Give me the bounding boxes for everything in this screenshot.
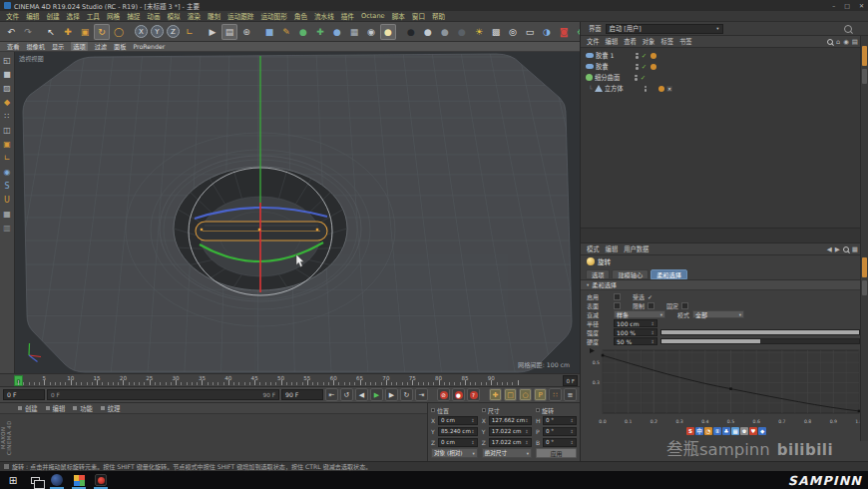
menubar-item[interactable]: 流水线 — [314, 11, 334, 21]
end-frame-field[interactable]: 90 F — [281, 389, 323, 400]
task-view-button[interactable] — [24, 471, 46, 489]
menubar-item[interactable]: 选择 — [67, 11, 80, 21]
last-tool-icon[interactable]: ◯ — [111, 24, 127, 40]
minimize-button[interactable]: – — [832, 2, 835, 9]
edges-mode-icon[interactable]: ◫ — [1, 124, 14, 137]
shading-sphere-gray-icon[interactable]: ● — [437, 24, 453, 40]
enabled-check-icon[interactable]: ✓ — [641, 63, 649, 71]
coordinate-input[interactable]: 17.022 cm↕ — [489, 438, 532, 447]
camera-icon[interactable]: ◉ — [363, 24, 379, 40]
grid-box-icon[interactable]: ▩ — [488, 24, 504, 40]
rotate-icon[interactable]: ↻ — [94, 24, 110, 40]
move-icon[interactable]: ✚ — [60, 24, 76, 40]
rect-icon[interactable]: ▭ — [522, 24, 538, 40]
key-parameter-toggle[interactable]: P — [534, 388, 547, 401]
param-dropdown[interactable]: 样条▾ — [614, 310, 665, 318]
enabled-check-icon[interactable]: ✓ — [641, 52, 649, 60]
visibility-dots[interactable] — [636, 53, 639, 59]
param-slider[interactable] — [660, 338, 860, 344]
sun-icon[interactable]: ☀ — [471, 24, 487, 40]
redo-icon[interactable]: ↷ — [20, 24, 36, 40]
tab-2[interactable]: 柔和选择 — [651, 269, 687, 279]
spinner-icon[interactable]: ↕ — [525, 418, 529, 423]
primitive-cube-icon[interactable]: ■ — [261, 24, 277, 40]
coordinate-system-icon[interactable]: ∟ — [182, 24, 198, 40]
spinner-icon[interactable]: ↕ — [651, 339, 654, 344]
maximize-button[interactable]: □ — [844, 2, 850, 9]
render-view-icon[interactable]: ▶ — [205, 24, 220, 40]
object-row[interactable]: 胶囊 1✓ — [581, 50, 868, 61]
materials-menu-item[interactable]: 编辑 — [53, 404, 66, 413]
target-icon[interactable]: ◎ — [505, 24, 521, 40]
coordinates-dropdown[interactable]: 绝对尺寸▾ — [482, 448, 532, 458]
autokey-button[interactable]: ● — [452, 388, 465, 401]
viewport-menu-item[interactable]: ProRender — [133, 43, 165, 50]
search-icon[interactable] — [827, 39, 833, 45]
coordinate-input[interactable]: 0 °↕ — [543, 416, 577, 425]
object-manager-menu-item[interactable]: 标签 — [660, 37, 673, 46]
viewport-menu-item[interactable]: 过滤 — [95, 42, 107, 51]
materials-menu-item[interactable]: 功能 — [80, 404, 93, 413]
viewport-menu-item[interactable]: 面板 — [114, 42, 126, 51]
coordinate-input[interactable]: 17.022 cm↕ — [489, 427, 532, 436]
menubar-item[interactable]: 窗口 — [412, 11, 425, 21]
menubar-item[interactable]: 运动跟踪 — [227, 11, 253, 21]
axis-mode-icon[interactable]: ∟ — [1, 152, 14, 165]
y-axis-lock-icon[interactable]: Y — [151, 25, 164, 38]
polygons-mode-icon[interactable]: ▣ — [1, 138, 14, 151]
environment-icon[interactable]: ● — [329, 24, 345, 40]
param-dropdown[interactable]: 全部▾ — [692, 310, 744, 318]
viewport-canvas[interactable]: 透视视图 网格间距: 100 cm — [15, 52, 580, 373]
coordinate-input[interactable]: 0 cm↕ — [438, 438, 478, 447]
viewport-menu-item[interactable]: 选项 — [71, 42, 87, 51]
timeline-ruler[interactable]: 0 0 F 5101520253035404550556065707580859… — [0, 373, 580, 387]
forward-icon[interactable]: ▶ — [835, 245, 840, 253]
param-slider[interactable] — [660, 329, 860, 335]
object-manager-menu-item[interactable]: 文件 — [587, 37, 600, 46]
object-manager-menu-item[interactable]: 编辑 — [606, 37, 619, 46]
dock-tab-orange-2[interactable] — [862, 257, 867, 277]
scale-icon[interactable]: ▣ — [77, 24, 93, 40]
magnet-icon[interactable]: U — [1, 194, 14, 207]
make-editable-icon[interactable]: ◱ — [1, 54, 14, 67]
param-field[interactable]: 50 %↕ — [614, 337, 657, 345]
material-manager[interactable]: 创建编辑功能纹理 MAXON CINEMA 4D — [0, 403, 428, 461]
param-checkbox[interactable] — [681, 302, 688, 309]
param-checkbox[interactable] — [614, 293, 621, 300]
panel-icon[interactable]: ▦ — [852, 245, 858, 253]
object-manager-menu-item[interactable]: 查看 — [624, 37, 637, 46]
taskbar-app-recorder[interactable] — [90, 471, 112, 489]
object-row[interactable]: 细分曲面✓ — [581, 72, 868, 83]
tab-1[interactable]: 建模轴心 — [612, 269, 649, 279]
spinner-icon[interactable]: ↕ — [570, 429, 574, 434]
shading-sphere-dark-icon[interactable]: ● — [403, 24, 419, 40]
spinner-icon[interactable]: ↕ — [525, 429, 529, 434]
attribute-menu-item[interactable]: 编辑 — [606, 244, 619, 253]
materials-menu-item[interactable]: 纹理 — [108, 404, 121, 413]
viewport-menu-item[interactable]: 显示 — [52, 42, 64, 51]
keyframe-presets-button[interactable]: ≡ — [564, 388, 577, 401]
locked-workplane-icon[interactable]: ▥ — [1, 222, 14, 235]
z-axis-lock-icon[interactable]: Z — [167, 25, 180, 38]
render-settings-icon[interactable]: ⊛ — [238, 24, 254, 40]
phong-tag-icon[interactable] — [651, 64, 656, 70]
light-icon[interactable]: ● — [380, 24, 396, 40]
home-icon[interactable]: ⌂ — [836, 38, 840, 46]
interface-preset-dropdown[interactable]: 启动 [用户] ▾ — [606, 24, 723, 34]
param-checkbox[interactable] — [614, 302, 621, 309]
spinner-icon[interactable]: ↕ — [651, 330, 654, 335]
spinner-icon[interactable]: ↕ — [471, 429, 475, 434]
object-row[interactable]: └立方体✕ — [581, 83, 868, 94]
taskbar-app-grid[interactable] — [68, 471, 90, 489]
param-checkbox[interactable] — [648, 302, 654, 309]
undo-icon[interactable]: ↶ — [3, 24, 19, 40]
key-rotation-toggle[interactable]: ○ — [519, 388, 532, 401]
menubar-item[interactable]: 渲染 — [188, 11, 201, 21]
menubar-item[interactable]: 雕刻 — [208, 11, 220, 21]
menubar-item[interactable]: 动画 — [147, 11, 160, 21]
visibility-dots[interactable] — [645, 86, 648, 92]
prev-frame-button[interactable]: ◀ — [355, 388, 368, 401]
shading-sphere-light-icon[interactable]: ● — [420, 24, 436, 40]
timeline-range-slider[interactable]: 0 F90 F — [47, 389, 279, 400]
close-button[interactable]: ✕ — [859, 2, 864, 9]
